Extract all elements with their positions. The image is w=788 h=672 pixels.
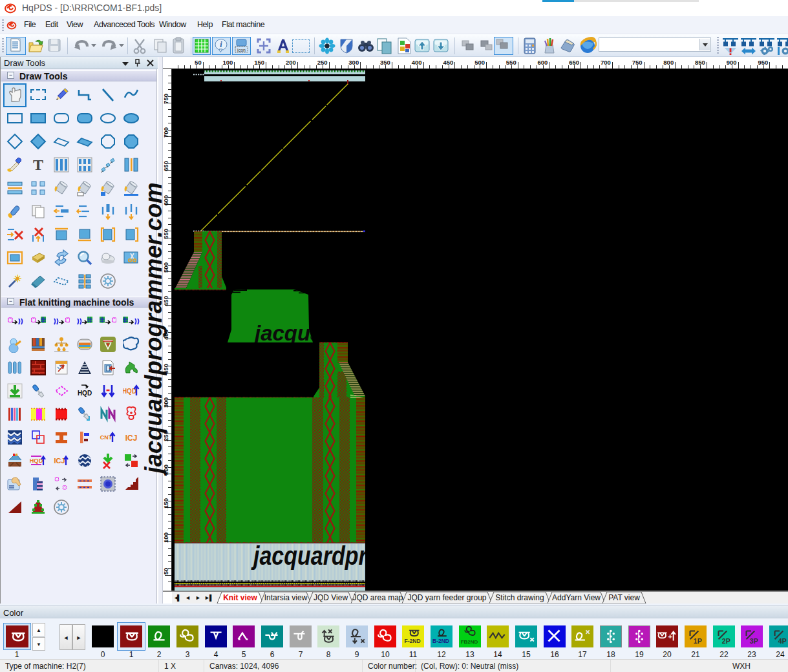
svg-text:T: T bbox=[33, 156, 43, 173]
svg-text:Knit view: Knit view bbox=[223, 593, 257, 602]
svg-text:ICJ: ICJ bbox=[54, 457, 65, 465]
svg-text:F-2ND: F-2ND bbox=[404, 638, 420, 644]
svg-text:JQD View: JQD View bbox=[314, 593, 348, 602]
svg-text:ICJ: ICJ bbox=[125, 434, 138, 443]
svg-text:JQD area map: JQD area map bbox=[352, 593, 403, 602]
svg-text:Stitch drawing: Stitch drawing bbox=[495, 593, 544, 602]
svg-text:HQD: HQD bbox=[78, 390, 92, 397]
svg-text:1P: 1P bbox=[694, 637, 702, 645]
svg-text:AddYarn View: AddYarn View bbox=[552, 593, 601, 602]
svg-text:jacquardprog: jacquardprog bbox=[251, 541, 394, 570]
svg-text:JQD yarn feeder group: JQD yarn feeder group bbox=[407, 593, 486, 602]
svg-text:PAT view: PAT view bbox=[608, 593, 640, 602]
svg-text:HQD: HQD bbox=[30, 457, 43, 464]
svg-text:B-2ND: B-2ND bbox=[432, 638, 449, 644]
svg-text:icon: icon bbox=[237, 48, 246, 52]
svg-text:FB2ND: FB2ND bbox=[461, 639, 478, 645]
svg-text:3P: 3P bbox=[750, 637, 758, 645]
svg-text:4P: 4P bbox=[778, 637, 787, 645]
svg-text:Intarsia view: Intarsia view bbox=[264, 593, 308, 602]
svg-text:jacqua: jacqua bbox=[252, 321, 323, 345]
svg-text:2P: 2P bbox=[722, 637, 730, 645]
